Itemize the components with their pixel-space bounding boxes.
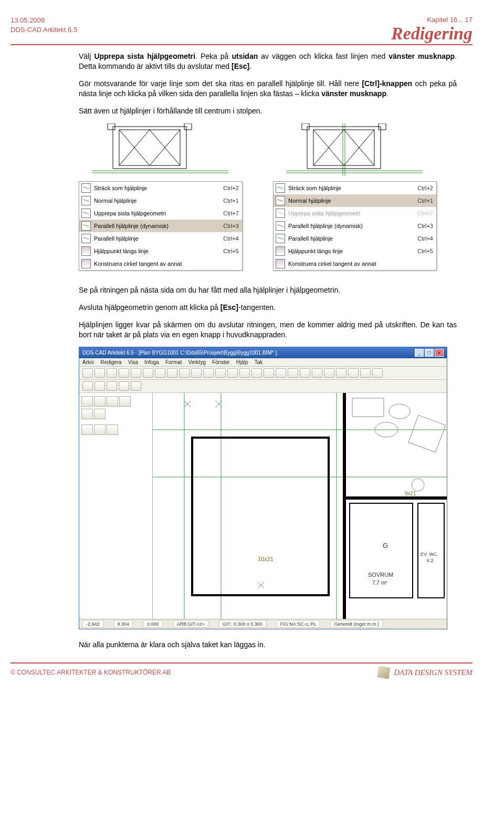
palette-button[interactable] [94, 396, 106, 407]
menu-infoga[interactable]: Infoga [144, 359, 159, 365]
tool-button[interactable] [324, 368, 334, 378]
tool-button[interactable] [131, 381, 141, 391]
statusbar: -2.942 8.304 0.000 ARB:GIT.<2> GIT.: 0.3… [79, 619, 447, 629]
page-header: 13.05.2009 DDS-CAD Arkitekt 6.5 Kapitel … [10, 16, 472, 45]
palette-button[interactable] [81, 409, 93, 419]
menu-visa[interactable]: Visa [128, 359, 138, 365]
menu-item[interactable]: Parallell hjälplinje (dynamisk)Ctrl+3 [274, 220, 436, 232]
menu-hjalp[interactable]: Hjälp [236, 359, 248, 365]
drawing-canvas[interactable]: 10x21 9x21 G SOVRUM 7.7 m² EV. WC. 6.2 [153, 393, 447, 619]
tool-button[interactable] [276, 368, 286, 378]
menu-arkiv[interactable]: Arkiv [82, 359, 94, 365]
tool-button[interactable] [360, 368, 371, 378]
palette-button[interactable] [94, 424, 106, 435]
line-icon [276, 183, 285, 193]
line-icon [276, 209, 285, 218]
tool-button[interactable] [155, 368, 165, 378]
menu-item-shortcut: Ctrl+2 [417, 185, 433, 191]
menu-verktyg[interactable]: Verktyg [188, 359, 206, 365]
menu-item[interactable]: Normal hjälplinjeCtrl+1 [79, 194, 242, 207]
menu-item[interactable]: Sträck som hjälplinjeCtrl+2 [274, 182, 436, 194]
palette-row [81, 409, 150, 419]
palette-row [81, 424, 150, 435]
menu-item[interactable]: Upprepa sista hjälpgeometriCtrl+7 [79, 207, 242, 220]
menu-item[interactable]: Sträck som hjälplinjeCtrl+2 [79, 182, 242, 194]
tool-button[interactable] [131, 368, 141, 378]
menu-item-label: Konstruera cirkel tangent av annat [288, 261, 430, 267]
tool-button[interactable] [348, 368, 359, 378]
tool-button[interactable] [288, 368, 298, 378]
tool-button[interactable] [143, 368, 153, 378]
context-menu-left: Sträck som hjälplinjeCtrl+2 Normal hjälp… [79, 181, 243, 271]
svg-rect-35 [408, 416, 445, 452]
tool-button[interactable] [191, 368, 202, 378]
menu-item-label: Hjälppunkt längs linje [94, 248, 220, 254]
palette-button[interactable] [107, 396, 118, 407]
line-icon [81, 234, 91, 243]
header-chapter: Kapitel 16... 17 [391, 16, 472, 24]
tool-button[interactable] [119, 381, 129, 391]
tool-button[interactable] [82, 368, 93, 378]
palette-button[interactable] [119, 396, 131, 407]
minimize-button[interactable]: _ [415, 349, 424, 357]
menu-item[interactable]: Hjälppunkt längs linjeCtrl+5 [274, 245, 436, 257]
tool-button[interactable] [203, 368, 214, 378]
tool-button[interactable] [94, 381, 105, 391]
menu-item-label: Normal hjälplinje [288, 198, 414, 204]
menu-item-label: Parallell hjälplinje [288, 235, 414, 242]
paragraph-3: Sätt även ut hjälplinjer i förhållande t… [79, 106, 457, 116]
menu-item-label: Parallell hjälplinje (dynamisk) [288, 223, 414, 229]
tool-button[interactable] [119, 368, 129, 378]
header-section-title: Redigering [391, 24, 472, 43]
status-fig: FIG:NA:SC=L:PL [277, 620, 320, 628]
circle-icon [81, 259, 91, 268]
menu-item-highlighted[interactable]: Parallell hjälplinje (dynamisk)Ctrl+3 [79, 220, 242, 232]
menu-item[interactable]: Konstruera cirkel tangent av annat [274, 257, 436, 270]
tool-button[interactable] [227, 368, 238, 378]
tool-button[interactable] [312, 368, 322, 378]
tool-button[interactable] [107, 381, 117, 391]
tool-button[interactable] [82, 381, 93, 391]
maximize-button[interactable]: □ [425, 349, 434, 357]
tool-button[interactable] [300, 368, 310, 378]
palette-button[interactable] [81, 424, 93, 435]
tool-button[interactable] [264, 368, 274, 378]
svg-rect-2 [113, 127, 186, 169]
palette-button[interactable] [107, 424, 118, 435]
tool-button[interactable] [167, 368, 177, 378]
palette-row [81, 396, 150, 407]
menu-item-label: Hjälppunkt längs linje [288, 248, 414, 254]
tool-button[interactable] [239, 368, 250, 378]
palette-button[interactable] [94, 409, 106, 419]
menu-item[interactable]: Hjälppunkt längs linjeCtrl+5 [79, 245, 242, 257]
text-bold: Upprepa sista hjälpgeometri [94, 52, 195, 60]
circle-icon [276, 259, 285, 268]
svg-point-36 [412, 479, 424, 491]
menu-item-shortcut: Ctrl+7 [223, 210, 239, 216]
palette-button[interactable] [81, 396, 93, 407]
menu-item-label: Konstruera cirkel tangent av annat [94, 261, 236, 267]
room-name-sovrum: SOVRUM [368, 572, 393, 578]
tool-button[interactable] [372, 368, 383, 378]
paragraph-7: När alla punkterna är klara och själva t… [79, 640, 457, 650]
tool-button[interactable] [107, 368, 117, 378]
tool-button[interactable] [179, 368, 190, 378]
menu-tak[interactable]: Tak [255, 359, 263, 365]
svg-rect-27 [192, 438, 329, 595]
menu-fonster[interactable]: Fönster [212, 359, 230, 365]
tool-button[interactable] [94, 368, 105, 378]
menu-item[interactable]: Konstruera cirkel tangent av annat [79, 257, 242, 270]
menu-item-highlighted[interactable]: Normal hjälplinjeCtrl+1 [274, 194, 436, 207]
close-button[interactable]: × [435, 349, 444, 357]
text-bold: vänster musknapp [388, 52, 455, 60]
paragraph-2: Gör motsvarande för varje linje som det … [79, 79, 457, 99]
tool-button[interactable] [215, 368, 226, 378]
menu-format[interactable]: Format [165, 359, 182, 365]
status-git: GIT.: 0.300 x 0.300 [219, 620, 266, 628]
menu-redigera[interactable]: Redigera [100, 359, 122, 365]
menu-item[interactable]: Parallell hjälplinjeCtrl+4 [79, 232, 242, 245]
page-footer: © CONSULTEC ARKITEKTER & KONSTRUKTÖRER A… [10, 662, 472, 678]
menu-item[interactable]: Parallell hjälplinjeCtrl+4 [274, 232, 436, 245]
tool-button[interactable] [251, 368, 262, 378]
tool-button[interactable] [336, 368, 346, 378]
